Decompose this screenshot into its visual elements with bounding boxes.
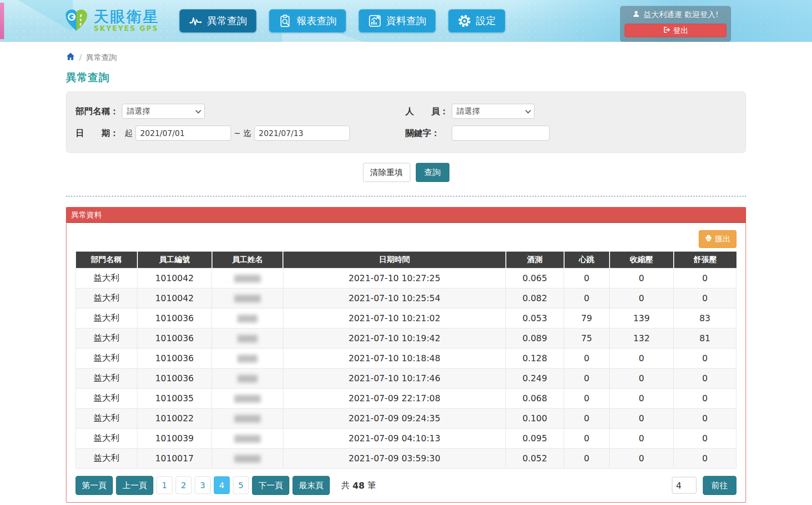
logo-subtitle: SKYEYES GPS: [94, 25, 159, 33]
table-row: 益大利 1010042 2021-07-10 10:27:25 0.065 0 …: [76, 268, 736, 288]
printer-icon: [705, 234, 712, 244]
col-header-datetime: 日期時間: [283, 252, 505, 268]
welcome-text: 益大利通運 歡迎登入!: [643, 10, 718, 20]
date-from-prefix: 起: [125, 128, 133, 139]
page-button-2[interactable]: 2: [176, 476, 192, 494]
header-decor-triangle: [0, 0, 73, 32]
date-from-input[interactable]: [136, 126, 231, 141]
person-field-row: 人 員： 請選擇: [405, 104, 736, 119]
page-title: 異常查詢: [66, 71, 746, 85]
content: / 異常查詢 異常查詢 部門名稱： 請選擇 人 員： 請選擇 日 期：: [66, 42, 746, 503]
table-row: 益大利 1010036 2021-07-10 10:17:46 0.249 0 …: [76, 368, 736, 388]
user-panel: 益大利通運 歡迎登入! 登出: [620, 6, 731, 42]
site-header: 天眼衛星 SKYEYES GPS 異常查詢 報表查詢 資料查詢: [0, 0, 812, 42]
table-row: 益大利 1010022 2021-07-09 09:24:35 0.100 0 …: [76, 408, 736, 428]
page-button-1[interactable]: 1: [156, 476, 172, 494]
table-row: 益大利 1010036 2021-07-10 10:19:42 0.089 75…: [76, 328, 736, 348]
col-header-alcohol: 酒測: [506, 252, 564, 268]
logo-pin-icon: [64, 7, 89, 35]
page-button-4-active[interactable]: 4: [214, 476, 230, 494]
goto-button[interactable]: 前往: [703, 476, 736, 495]
masked-employee-name: [212, 308, 283, 328]
masked-employee-name: [212, 428, 283, 448]
form-actions: 清除重填 查詢: [66, 163, 746, 182]
masked-employee-name: [212, 368, 283, 388]
nav-label: 資料查詢: [386, 14, 426, 28]
panel-title: 異常資料: [66, 207, 746, 223]
col-header-dept: 部門名稱: [76, 252, 137, 268]
total-count: 48: [353, 480, 364, 490]
search-button[interactable]: 查詢: [416, 163, 449, 182]
col-header-heartbeat: 心跳: [564, 252, 610, 268]
logout-icon: [663, 26, 671, 35]
date-range-separator: ~ 迄: [234, 128, 252, 139]
reset-button[interactable]: 清除重填: [363, 163, 410, 182]
col-header-emp-name: 員工姓名: [212, 252, 283, 268]
logo-title: 天眼衛星: [94, 9, 159, 25]
page-button-3[interactable]: 3: [195, 476, 211, 494]
total-count-text: 共 48 筆: [341, 480, 376, 491]
col-header-emp-id: 員工編號: [137, 252, 212, 268]
breadcrumb-separator: /: [79, 53, 82, 62]
chevron-down-icon: [525, 108, 531, 114]
nav-settings[interactable]: 設定: [448, 9, 505, 33]
pagination: 第一頁 上一頁 1 2 3 4 5 下一頁 最末頁 共 48 筆 前往: [76, 476, 736, 495]
anomaly-table: 部門名稱 員工編號 員工姓名 日期時間 酒測 心跳 收縮壓 舒張壓 益大利 10…: [76, 252, 736, 469]
first-page-button[interactable]: 第一頁: [76, 476, 113, 495]
chart-icon: [368, 14, 382, 28]
masked-employee-name: [212, 288, 283, 308]
col-header-diastolic: 舒張壓: [674, 252, 736, 268]
table-row: 益大利 1010042 2021-07-10 10:25:54 0.082 0 …: [76, 288, 736, 308]
report-search-icon: [278, 14, 292, 28]
breadcrumb: / 異常查詢: [66, 52, 746, 63]
nav-anomaly-query[interactable]: 異常查詢: [179, 9, 257, 33]
table-row: 益大利 1010036 2021-07-10 10:18:48 0.128 0 …: [76, 348, 736, 368]
next-page-button[interactable]: 下一頁: [252, 476, 289, 495]
department-field-row: 部門名稱： 請選擇: [76, 104, 405, 119]
nav-data-query[interactable]: 資料查詢: [358, 9, 436, 33]
masked-employee-name: [212, 348, 283, 368]
date-field-row: 日 期： 起 ~ 迄: [76, 126, 405, 141]
logo[interactable]: 天眼衛星 SKYEYES GPS: [64, 7, 159, 35]
table-row: 益大利 1010017 2021-07-09 03:59:30 0.052 0 …: [76, 448, 736, 468]
anomaly-data-panel: 異常資料 匯出 部門名稱 員工編號 員工姓名 日期時間 酒測: [66, 207, 746, 503]
masked-employee-name: [212, 268, 283, 288]
home-icon[interactable]: [66, 52, 75, 63]
masked-employee-name: [212, 388, 283, 408]
date-label: 日 期：: [76, 127, 122, 139]
table-row: 益大利 1010035 2021-07-09 22:17:08 0.068 0 …: [76, 388, 736, 408]
page-button-5[interactable]: 5: [233, 476, 249, 494]
prev-page-button[interactable]: 上一頁: [116, 476, 153, 495]
nav-label: 報表查詢: [297, 14, 337, 28]
department-select[interactable]: 請選擇: [122, 104, 205, 119]
masked-employee-name: [212, 408, 283, 428]
table-header-row: 部門名稱 員工編號 員工姓名 日期時間 酒測 心跳 收縮壓 舒張壓: [76, 252, 736, 268]
user-icon: [632, 10, 640, 20]
date-to-input[interactable]: [254, 126, 350, 141]
header-accent: [0, 3, 4, 39]
last-page-button[interactable]: 最末頁: [293, 476, 330, 495]
keyword-field-row: 關鍵字：: [405, 126, 736, 141]
person-select[interactable]: 請選擇: [452, 104, 535, 119]
masked-employee-name: [212, 448, 283, 468]
nav-report-query[interactable]: 報表查詢: [269, 9, 346, 33]
masked-employee-name: [212, 328, 283, 348]
table-row: 益大利 1010036 2021-07-10 10:21:02 0.053 79…: [76, 308, 736, 328]
nav-label: 設定: [476, 14, 496, 28]
table-row: 益大利 1010039 2021-07-09 04:10:13 0.095 0 …: [76, 428, 736, 448]
main-nav: 異常查詢 報表查詢 資料查詢 設定: [179, 9, 505, 33]
gear-icon: [458, 14, 471, 28]
keyword-label: 關鍵字：: [405, 127, 452, 139]
breadcrumb-current: 異常查詢: [86, 52, 117, 63]
export-button[interactable]: 匯出: [699, 230, 736, 248]
col-header-systolic: 收縮壓: [610, 252, 674, 268]
person-label: 人 員：: [405, 106, 452, 117]
keyword-input[interactable]: [452, 126, 550, 141]
chevron-down-icon: [196, 108, 202, 114]
goto-page-input[interactable]: [672, 477, 696, 494]
pulse-icon: [189, 14, 202, 28]
section-divider: [66, 196, 746, 197]
filter-panel: 部門名稱： 請選擇 人 員： 請選擇 日 期： 起 ~ 迄: [66, 91, 746, 153]
logout-button[interactable]: 登出: [625, 24, 726, 37]
nav-label: 異常查詢: [207, 14, 247, 28]
